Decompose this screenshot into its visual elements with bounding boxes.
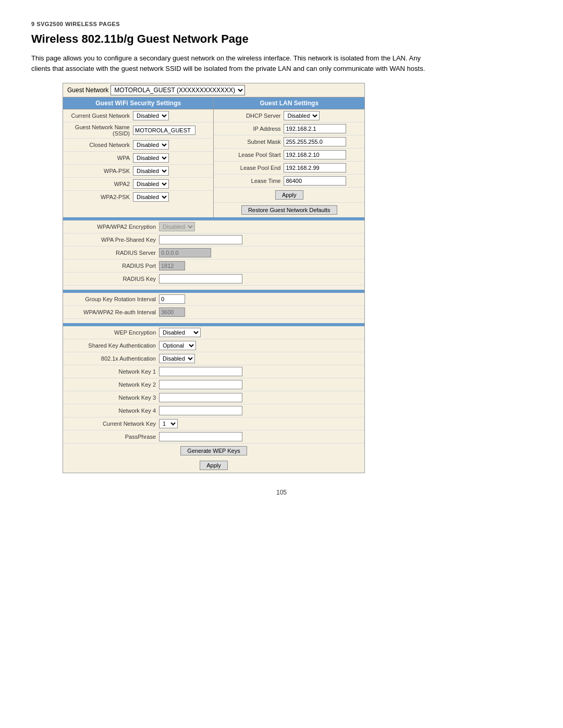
field-wpa: WPA DisabledEnabled	[63, 152, 213, 165]
label-dhcp-server: DHCP Server	[216, 113, 284, 119]
label-radius-server: RADIUS Server	[65, 250, 159, 256]
input-network-key-1[interactable]	[159, 367, 242, 376]
field-network-key-3: Network Key 3	[63, 391, 364, 404]
label-closed-network: Closed Network	[65, 142, 133, 148]
field-wpa-psk: WPA-PSK DisabledEnabled	[63, 165, 213, 178]
label-radius-key: RADIUS Key	[65, 276, 159, 282]
input-radius-server[interactable]	[159, 248, 211, 257]
input-radius-key[interactable]	[159, 274, 242, 283]
field-wpa-wpa2-encryption: WPA/WPA2 Encryption Disabled	[63, 220, 364, 233]
field-wpa2-psk: WPA2-PSK DisabledEnabled	[63, 191, 213, 203]
field-current-guest-network: Current Guest Network DisabledEnabled	[63, 109, 213, 122]
select-wpa2-psk[interactable]: DisabledEnabled	[133, 192, 169, 202]
label-wpa: WPA	[65, 155, 133, 161]
select-wpa2[interactable]: DisabledEnabled	[133, 179, 169, 189]
right-apply-row: Apply	[214, 188, 364, 203]
generate-wep-keys-button[interactable]: Generate WEP Keys	[180, 446, 247, 455]
label-wpa2: WPA2	[65, 181, 133, 187]
rotation-section: Group Key Rotation Interval WPA/WPA2 Re-…	[63, 293, 365, 319]
field-group-key-rotation: Group Key Rotation Interval	[63, 293, 364, 306]
bottom-apply-button[interactable]: Apply	[200, 461, 228, 470]
select-closed-network[interactable]: DisabledEnabled	[133, 140, 169, 150]
page-number: 105	[31, 489, 532, 496]
field-lease-pool-end: Lease Pool End	[214, 162, 364, 175]
field-network-key-4: Network Key 4	[63, 404, 364, 417]
field-network-key-2: Network Key 2	[63, 378, 364, 391]
input-network-key-4[interactable]	[159, 406, 242, 415]
right-section-header: Guest LAN Settings	[214, 97, 364, 109]
select-wpa[interactable]: DisabledEnabled	[133, 153, 169, 163]
label-wep-encryption: WEP Encryption	[65, 329, 159, 336]
field-reauth-interval: WPA/WPA2 Re-auth Interval	[63, 306, 364, 319]
label-subnet-mask: Subnet Mask	[216, 139, 284, 145]
guest-network-label: Guest Network	[67, 87, 108, 94]
label-wpa-preshared-key: WPA Pre-Shared Key	[65, 237, 159, 243]
input-lease-time[interactable]	[284, 176, 346, 186]
restore-row: Restore Guest Network Defaults	[214, 203, 364, 217]
input-wpa-preshared-key[interactable]	[159, 235, 242, 244]
page-title: Wireless 802.11b/g Guest Network Page	[31, 32, 532, 46]
select-wpa-wpa2-encryption[interactable]: Disabled	[159, 222, 195, 231]
label-current-guest-network: Current Guest Network	[65, 113, 133, 119]
field-radius-server: RADIUS Server	[63, 246, 364, 260]
input-passphrase[interactable]	[159, 432, 242, 441]
label-passphrase: PassPhrase	[65, 434, 159, 440]
guest-network-select[interactable]: MOTOROLA_GUEST (XXXXXXXXXXXXX)	[111, 85, 245, 95]
field-closed-network: Closed Network DisabledEnabled	[63, 139, 213, 152]
left-section-header: Guest WiFi Security Settings	[63, 97, 213, 109]
label-8021x-auth: 802.1x Authentication	[65, 355, 159, 362]
spacer-1	[63, 286, 365, 290]
label-network-key-1: Network Key 1	[65, 368, 159, 375]
label-lease-pool-start: Lease Pool Start	[216, 152, 284, 158]
input-network-key-3[interactable]	[159, 393, 242, 402]
input-subnet-mask[interactable]	[284, 137, 346, 146]
field-shared-key-auth: Shared Key Authentication OptionalRequir…	[63, 339, 364, 352]
right-apply-button[interactable]: Apply	[275, 190, 303, 200]
chapter-label: 9 SVG2500 WIRELESS PAGES	[31, 21, 532, 27]
label-current-network-key: Current Network Key	[65, 421, 159, 427]
input-reauth-interval[interactable]	[159, 307, 185, 317]
bottom-apply-row: Apply	[63, 458, 364, 473]
select-current-network-key[interactable]: 1234	[159, 419, 178, 428]
input-ssid[interactable]	[133, 126, 195, 135]
select-current-guest-network[interactable]: DisabledEnabled	[133, 111, 169, 120]
select-shared-key-auth[interactable]: OptionalRequired	[159, 341, 196, 350]
input-lease-pool-start[interactable]	[284, 150, 346, 159]
field-passphrase: PassPhrase	[63, 430, 364, 443]
guest-network-row: Guest Network MOTOROLA_GUEST (XXXXXXXXXX…	[63, 83, 364, 97]
input-group-key-rotation[interactable]	[159, 294, 185, 304]
field-wep-encryption: WEP Encryption DisabledEnabled	[63, 326, 364, 339]
page-description: This page allows you to configure a seco…	[31, 53, 438, 73]
label-wpa2-psk: WPA2-PSK	[65, 194, 133, 200]
label-network-key-3: Network Key 3	[65, 394, 159, 401]
input-radius-port[interactable]	[159, 261, 185, 270]
label-wpa-wpa2-encryption: WPA/WPA2 Encryption	[65, 224, 159, 230]
select-wpa-psk[interactable]: DisabledEnabled	[133, 166, 169, 176]
wpa-section: WPA/WPA2 Encryption Disabled WPA Pre-Sha…	[63, 220, 365, 286]
label-shared-key-auth: Shared Key Authentication	[65, 342, 159, 349]
field-radius-key: RADIUS Key	[63, 273, 364, 286]
field-network-key-1: Network Key 1	[63, 365, 364, 378]
field-radius-port: RADIUS Port	[63, 260, 364, 273]
field-current-network-key: Current Network Key 1234	[63, 417, 364, 430]
label-reauth-interval: WPA/WPA2 Re-auth Interval	[65, 309, 159, 315]
input-lease-pool-end[interactable]	[284, 163, 346, 172]
field-dhcp-server: DHCP Server DisabledEnabled	[214, 109, 364, 122]
select-dhcp-server[interactable]: DisabledEnabled	[284, 111, 320, 120]
main-panel: Guest Network MOTOROLA_GUEST (XXXXXXXXXX…	[63, 83, 365, 473]
generate-wep-keys-row: Generate WEP Keys	[63, 443, 364, 458]
restore-defaults-button[interactable]: Restore Guest Network Defaults	[241, 205, 337, 215]
field-lease-time: Lease Time	[214, 175, 364, 188]
wep-section: WEP Encryption DisabledEnabled Shared Ke…	[63, 326, 365, 473]
label-ip-address: IP Address	[216, 126, 284, 132]
select-8021x-auth[interactable]: DisabledEnabled	[159, 354, 195, 363]
label-network-key-2: Network Key 2	[65, 381, 159, 388]
input-network-key-2[interactable]	[159, 380, 242, 389]
input-ip-address[interactable]	[284, 124, 346, 133]
label-radius-port: RADIUS Port	[65, 263, 159, 269]
select-wep-encryption[interactable]: DisabledEnabled	[159, 328, 201, 337]
label-lease-time: Lease Time	[216, 178, 284, 184]
label-group-key-rotation: Group Key Rotation Interval	[65, 296, 159, 302]
field-8021x-auth: 802.1x Authentication DisabledEnabled	[63, 352, 364, 365]
label-network-key-4: Network Key 4	[65, 408, 159, 414]
